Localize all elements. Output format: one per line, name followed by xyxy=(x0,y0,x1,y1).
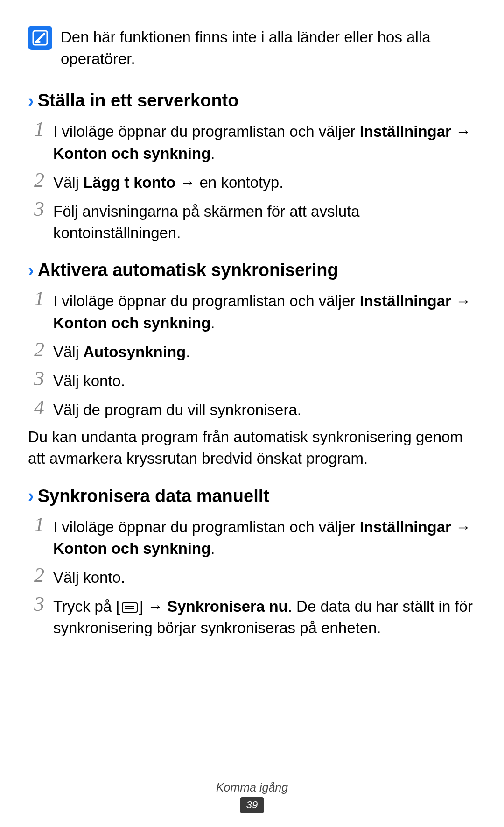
chevron-right-icon: › xyxy=(28,487,34,505)
section-header: ›Ställa in ett serverkonto xyxy=(28,91,476,111)
step: 1I viloläge öppnar du programlistan och … xyxy=(32,289,476,333)
step-text: Välj Lägg t konto → en kontotyp. xyxy=(53,170,283,193)
section: ›Ställa in ett serverkonto1I viloläge öp… xyxy=(28,91,476,244)
footer-section-name: Komma igång xyxy=(0,781,504,794)
note-block: Den här funktionen finns inte i alla län… xyxy=(28,26,476,70)
section: ›Aktivera automatisk synkronisering1I vi… xyxy=(28,260,476,469)
section-title: Ställa in ett serverkonto xyxy=(38,91,239,111)
chevron-right-icon: › xyxy=(28,92,34,110)
step-number: 1 xyxy=(32,515,47,535)
section-title: Synkronisera data manuellt xyxy=(38,486,269,506)
step: 2Välj konto. xyxy=(32,565,476,588)
step-number: 3 xyxy=(32,199,47,219)
step-text: Välj konto. xyxy=(53,565,125,588)
section: ›Synkronisera data manuellt1I viloläge ö… xyxy=(28,486,476,639)
step: 4Välj de program du vill synkronisera. xyxy=(32,397,476,421)
note-icon xyxy=(28,26,52,50)
step-number: 2 xyxy=(32,339,47,360)
menu-icon xyxy=(121,602,138,613)
step: 2Välj Lägg t konto → en kontotyp. xyxy=(32,170,476,193)
section-header: ›Aktivera automatisk synkronisering xyxy=(28,260,476,280)
step-number: 1 xyxy=(32,289,47,309)
step-text: Välj Autosynkning. xyxy=(53,339,190,363)
step-text: I viloläge öppnar du programlistan och v… xyxy=(53,289,476,333)
step: 3Tryck på [] → Synkronisera nu. De data … xyxy=(32,594,476,639)
svg-rect-3 xyxy=(122,603,137,612)
step-text: I viloläge öppnar du programlistan och v… xyxy=(53,515,476,559)
note-text: Den här funktionen finns inte i alla län… xyxy=(61,26,476,70)
step-number: 2 xyxy=(32,170,47,191)
step: 3Följ anvisningarna på skärmen för att a… xyxy=(32,199,476,244)
step: 1I viloläge öppnar du programlistan och … xyxy=(32,515,476,559)
step: 2Välj Autosynkning. xyxy=(32,339,476,363)
step-number: 3 xyxy=(32,594,47,615)
step-text: Följ anvisningarna på skärmen för att av… xyxy=(53,199,476,244)
page-number-badge: 39 xyxy=(240,797,264,813)
section-note: Du kan undanta program från automatisk s… xyxy=(28,426,476,469)
step-number: 3 xyxy=(32,368,47,389)
step-text: Tryck på [] → Synkronisera nu. De data d… xyxy=(53,594,476,639)
step-number: 4 xyxy=(32,397,47,418)
step-text: Välj de program du vill synkronisera. xyxy=(53,397,301,421)
step-number: 1 xyxy=(32,119,47,140)
chevron-right-icon: › xyxy=(28,262,34,279)
svg-line-1 xyxy=(36,34,44,42)
step-number: 2 xyxy=(32,565,47,586)
step-text: I viloläge öppnar du programlistan och v… xyxy=(53,119,476,164)
step-text: Välj konto. xyxy=(53,368,125,392)
page-footer: Komma igång 39 xyxy=(0,781,504,813)
section-header: ›Synkronisera data manuellt xyxy=(28,486,476,506)
step: 1I viloläge öppnar du programlistan och … xyxy=(32,119,476,164)
step: 3Välj konto. xyxy=(32,368,476,392)
section-title: Aktivera automatisk synkronisering xyxy=(38,260,338,280)
